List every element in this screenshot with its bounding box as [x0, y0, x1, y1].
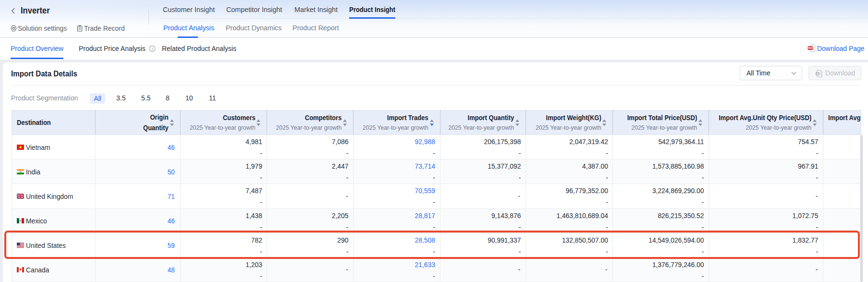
svg-text:PDF: PDF: [808, 47, 812, 49]
svg-text:x: x: [817, 72, 819, 75]
